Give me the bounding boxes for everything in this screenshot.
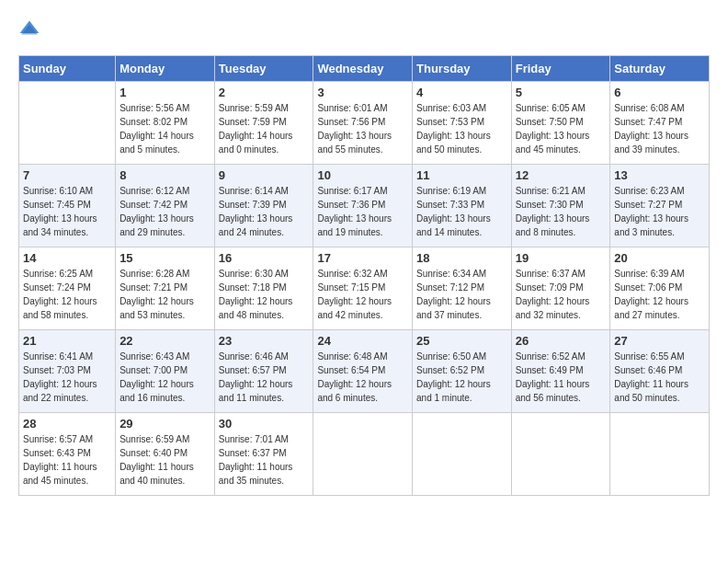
day-info: Sunrise: 6:14 AMSunset: 7:39 PMDaylight:… [219, 184, 310, 239]
calendar-cell: 30Sunrise: 7:01 AMSunset: 6:37 PMDayligh… [214, 413, 313, 496]
day-number: 26 [516, 334, 607, 348]
day-info: Sunrise: 6:12 AMSunset: 7:42 PMDaylight:… [119, 184, 210, 239]
calendar-cell: 1Sunrise: 5:56 AMSunset: 8:02 PMDaylight… [116, 82, 215, 165]
day-info: Sunrise: 5:59 AMSunset: 7:59 PMDaylight:… [219, 101, 310, 156]
day-number: 19 [516, 251, 607, 265]
calendar-cell: 24Sunrise: 6:48 AMSunset: 6:54 PMDayligh… [313, 330, 413, 413]
day-number: 17 [317, 251, 408, 265]
calendar-cell [610, 413, 710, 496]
day-number: 18 [416, 251, 507, 265]
page-header [18, 18, 710, 40]
day-number: 4 [416, 86, 507, 99]
day-info: Sunrise: 6:34 AMSunset: 7:12 PMDaylight:… [416, 267, 507, 322]
day-number: 20 [614, 251, 705, 265]
calendar-cell [511, 413, 610, 496]
column-header-thursday: Thursday [413, 56, 512, 82]
day-info: Sunrise: 6:03 AMSunset: 7:53 PMDaylight:… [416, 101, 507, 156]
day-info: Sunrise: 6:23 AMSunset: 7:27 PMDaylight:… [614, 184, 705, 239]
day-info: Sunrise: 6:01 AMSunset: 7:56 PMDaylight:… [317, 101, 408, 156]
calendar-table: SundayMondayTuesdayWednesdayThursdayFrid… [18, 55, 710, 496]
day-number: 27 [614, 334, 705, 348]
day-info: Sunrise: 6:25 AMSunset: 7:24 PMDaylight:… [23, 267, 111, 322]
day-info: Sunrise: 6:43 AMSunset: 7:00 PMDaylight:… [119, 350, 210, 405]
day-info: Sunrise: 5:56 AMSunset: 8:02 PMDaylight:… [119, 101, 210, 156]
day-info: Sunrise: 6:50 AMSunset: 6:52 PMDaylight:… [416, 350, 507, 405]
calendar-cell: 10Sunrise: 6:17 AMSunset: 7:36 PMDayligh… [313, 165, 413, 247]
calendar-cell: 15Sunrise: 6:28 AMSunset: 7:21 PMDayligh… [116, 247, 215, 330]
day-info: Sunrise: 6:57 AMSunset: 6:43 PMDaylight:… [23, 432, 111, 488]
day-info: Sunrise: 6:32 AMSunset: 7:15 PMDaylight:… [317, 267, 408, 322]
day-info: Sunrise: 6:39 AMSunset: 7:06 PMDaylight:… [614, 267, 705, 322]
calendar-cell: 7Sunrise: 6:10 AMSunset: 7:45 PMDaylight… [19, 165, 116, 247]
calendar-cell: 20Sunrise: 6:39 AMSunset: 7:06 PMDayligh… [610, 247, 710, 330]
calendar-cell [413, 413, 512, 496]
day-info: Sunrise: 6:28 AMSunset: 7:21 PMDaylight:… [119, 267, 210, 322]
calendar-cell: 13Sunrise: 6:23 AMSunset: 7:27 PMDayligh… [610, 165, 710, 247]
week-row-1: 1Sunrise: 5:56 AMSunset: 8:02 PMDaylight… [19, 82, 710, 165]
day-number: 15 [119, 251, 210, 265]
week-row-3: 14Sunrise: 6:25 AMSunset: 7:24 PMDayligh… [19, 247, 710, 330]
day-number: 11 [416, 168, 507, 182]
week-row-4: 21Sunrise: 6:41 AMSunset: 7:03 PMDayligh… [19, 330, 710, 413]
week-row-5: 28Sunrise: 6:57 AMSunset: 6:43 PMDayligh… [19, 413, 710, 496]
column-header-sunday: Sunday [19, 56, 116, 82]
header-row: SundayMondayTuesdayWednesdayThursdayFrid… [19, 56, 710, 82]
calendar-cell: 2Sunrise: 5:59 AMSunset: 7:59 PMDaylight… [214, 82, 313, 165]
day-number: 5 [516, 86, 607, 99]
day-info: Sunrise: 6:05 AMSunset: 7:50 PMDaylight:… [516, 101, 607, 156]
calendar-cell: 29Sunrise: 6:59 AMSunset: 6:40 PMDayligh… [116, 413, 215, 496]
calendar-cell: 4Sunrise: 6:03 AMSunset: 7:53 PMDaylight… [413, 82, 512, 165]
calendar-cell: 5Sunrise: 6:05 AMSunset: 7:50 PMDaylight… [511, 82, 610, 165]
day-info: Sunrise: 6:37 AMSunset: 7:09 PMDaylight:… [516, 267, 607, 322]
day-number: 21 [23, 334, 111, 348]
logo-icon [18, 18, 40, 40]
day-info: Sunrise: 6:21 AMSunset: 7:30 PMDaylight:… [516, 184, 607, 239]
day-info: Sunrise: 6:41 AMSunset: 7:03 PMDaylight:… [23, 350, 111, 405]
day-info: Sunrise: 6:52 AMSunset: 6:49 PMDaylight:… [516, 350, 607, 405]
column-header-tuesday: Tuesday [214, 56, 313, 82]
calendar-cell: 23Sunrise: 6:46 AMSunset: 6:57 PMDayligh… [214, 330, 313, 413]
day-info: Sunrise: 6:48 AMSunset: 6:54 PMDaylight:… [317, 350, 408, 405]
calendar-cell: 27Sunrise: 6:55 AMSunset: 6:46 PMDayligh… [610, 330, 710, 413]
calendar-cell: 21Sunrise: 6:41 AMSunset: 7:03 PMDayligh… [19, 330, 116, 413]
day-number: 10 [317, 168, 408, 182]
column-header-friday: Friday [511, 56, 610, 82]
column-header-monday: Monday [116, 56, 215, 82]
day-number: 1 [119, 86, 210, 99]
logo [18, 18, 44, 40]
column-header-wednesday: Wednesday [313, 56, 413, 82]
day-number: 30 [219, 417, 310, 431]
column-header-saturday: Saturday [610, 56, 710, 82]
calendar-cell: 19Sunrise: 6:37 AMSunset: 7:09 PMDayligh… [511, 247, 610, 330]
calendar-cell [313, 413, 413, 496]
calendar-cell: 25Sunrise: 6:50 AMSunset: 6:52 PMDayligh… [413, 330, 512, 413]
day-number: 2 [219, 86, 310, 99]
calendar-cell: 8Sunrise: 6:12 AMSunset: 7:42 PMDaylight… [116, 165, 215, 247]
calendar-cell: 6Sunrise: 6:08 AMSunset: 7:47 PMDaylight… [610, 82, 710, 165]
day-number: 6 [614, 86, 705, 99]
day-number: 28 [23, 417, 111, 431]
day-number: 8 [119, 168, 210, 182]
day-number: 9 [219, 168, 310, 182]
day-number: 24 [317, 334, 408, 348]
calendar-cell: 17Sunrise: 6:32 AMSunset: 7:15 PMDayligh… [313, 247, 413, 330]
day-info: Sunrise: 6:46 AMSunset: 6:57 PMDaylight:… [219, 350, 310, 405]
day-info: Sunrise: 6:55 AMSunset: 6:46 PMDaylight:… [614, 350, 705, 405]
day-info: Sunrise: 6:59 AMSunset: 6:40 PMDaylight:… [119, 432, 210, 488]
day-number: 16 [219, 251, 310, 265]
day-number: 12 [516, 168, 607, 182]
day-info: Sunrise: 6:17 AMSunset: 7:36 PMDaylight:… [317, 184, 408, 239]
calendar-cell: 11Sunrise: 6:19 AMSunset: 7:33 PMDayligh… [413, 165, 512, 247]
day-number: 13 [614, 168, 705, 182]
day-number: 22 [119, 334, 210, 348]
calendar-cell: 14Sunrise: 6:25 AMSunset: 7:24 PMDayligh… [19, 247, 116, 330]
day-number: 3 [317, 86, 408, 99]
calendar-cell: 28Sunrise: 6:57 AMSunset: 6:43 PMDayligh… [19, 413, 116, 496]
day-info: Sunrise: 6:30 AMSunset: 7:18 PMDaylight:… [219, 267, 310, 322]
week-row-2: 7Sunrise: 6:10 AMSunset: 7:45 PMDaylight… [19, 165, 710, 247]
calendar-cell: 22Sunrise: 6:43 AMSunset: 7:00 PMDayligh… [116, 330, 215, 413]
day-number: 14 [23, 251, 111, 265]
day-info: Sunrise: 6:08 AMSunset: 7:47 PMDaylight:… [614, 101, 705, 156]
calendar-cell: 12Sunrise: 6:21 AMSunset: 7:30 PMDayligh… [511, 165, 610, 247]
calendar-cell: 18Sunrise: 6:34 AMSunset: 7:12 PMDayligh… [413, 247, 512, 330]
